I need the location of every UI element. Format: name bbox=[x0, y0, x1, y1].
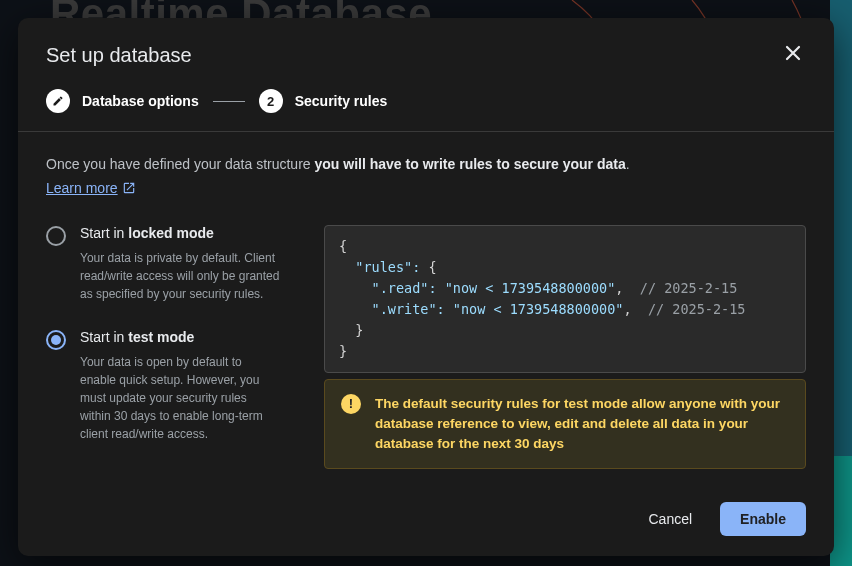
enable-button[interactable]: Enable bbox=[720, 502, 806, 536]
rules-code: { "rules": { ".read": "now < 17395488000… bbox=[324, 225, 806, 373]
cancel-button[interactable]: Cancel bbox=[635, 502, 707, 536]
locked-mode-desc: Your data is private by default. Client … bbox=[80, 249, 280, 303]
step-connector bbox=[213, 101, 245, 102]
modal-title: Set up database bbox=[46, 44, 192, 67]
close-icon bbox=[784, 44, 802, 62]
warning-text: The default security rules for test mode… bbox=[375, 394, 789, 455]
modal-footer: Cancel Enable bbox=[18, 488, 834, 556]
external-link-icon bbox=[122, 181, 136, 195]
rules-preview: { "rules": { ".read": "now < 17395488000… bbox=[324, 225, 806, 469]
modal-header: Set up database bbox=[18, 18, 834, 85]
locked-mode-title: Start in locked mode bbox=[80, 225, 280, 241]
stepper: Database options 2 Security rules bbox=[18, 85, 834, 132]
test-mode-warning: ! The default security rules for test mo… bbox=[324, 379, 806, 470]
edit-icon bbox=[46, 89, 70, 113]
modal-body: Once you have defined your data structur… bbox=[18, 132, 834, 488]
intro-text: Once you have defined your data structur… bbox=[46, 156, 806, 172]
mode-options: Start in locked mode Your data is privat… bbox=[46, 225, 296, 469]
close-button[interactable] bbox=[780, 40, 806, 71]
step-2-number: 2 bbox=[259, 89, 283, 113]
radio-test-mode[interactable]: Start in test mode Your data is open by … bbox=[46, 329, 296, 443]
radio-locked-mode[interactable]: Start in locked mode Your data is privat… bbox=[46, 225, 296, 303]
learn-more-label: Learn more bbox=[46, 180, 118, 196]
learn-more-link[interactable]: Learn more bbox=[46, 180, 136, 196]
test-mode-desc: Your data is open by default to enable q… bbox=[80, 353, 280, 443]
test-mode-title: Start in test mode bbox=[80, 329, 280, 345]
warning-icon: ! bbox=[341, 394, 361, 414]
radio-icon bbox=[46, 226, 66, 246]
step-2-label: Security rules bbox=[295, 93, 388, 109]
step-database-options[interactable]: Database options bbox=[46, 89, 199, 113]
step-security-rules[interactable]: 2 Security rules bbox=[259, 89, 388, 113]
step-1-label: Database options bbox=[82, 93, 199, 109]
radio-icon bbox=[46, 330, 66, 350]
setup-database-modal: Set up database Database options 2 Secur… bbox=[18, 18, 834, 556]
